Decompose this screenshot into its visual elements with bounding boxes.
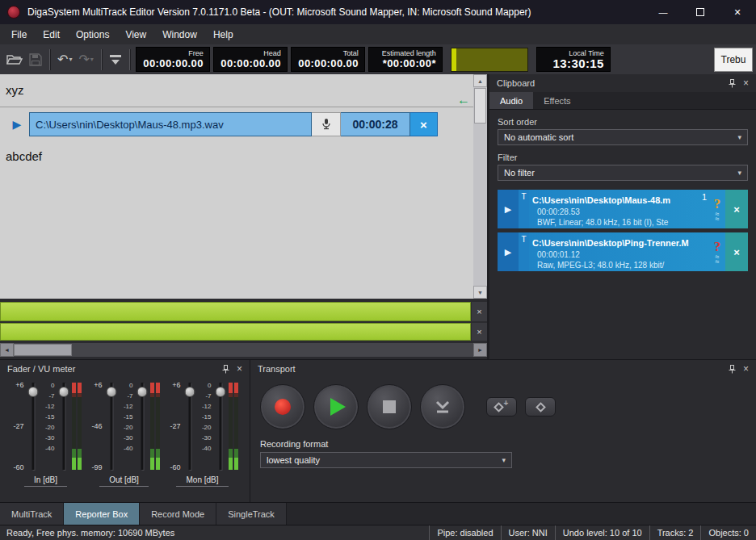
tab-effects[interactable]: Effects (533, 92, 581, 109)
redo-button[interactable]: ↷▾ (75, 48, 96, 71)
scale-tick: -20 (202, 424, 212, 431)
clipboard-entry[interactable]: ▶ T C:\Users\nin\Desktop\Ping-Trenner.M … (498, 232, 748, 271)
vu-meter-left (72, 383, 76, 470)
slider-knob[interactable] (215, 387, 225, 397)
tab-singletrack[interactable]: SingleTrack (216, 503, 287, 525)
record-button[interactable] (260, 384, 305, 429)
fader-slider[interactable] (214, 379, 227, 473)
track-close-button[interactable]: × (410, 112, 438, 136)
slider-knob[interactable] (58, 387, 69, 397)
minimize-button[interactable]: — (645, 0, 682, 24)
goto-end-button[interactable] (420, 384, 465, 429)
entry-close-button[interactable]: × (725, 190, 748, 228)
time-display-estimated-length: Estimated length *00:00:00* (368, 47, 443, 72)
title-bar: DigaSystem MultiTrack Editor Version 7.0… (0, 0, 756, 24)
tab-record-mode[interactable]: Record Mode (140, 503, 216, 525)
slider-knob[interactable] (184, 387, 195, 397)
region-bar-row: × (0, 302, 487, 321)
maximize-button[interactable] (682, 0, 719, 24)
region-bar[interactable] (0, 302, 471, 321)
stop-icon (383, 400, 396, 413)
filter-select[interactable]: No filter ▾ (498, 165, 748, 181)
time-value: 13:30:15 (553, 58, 604, 69)
entry-play-button[interactable]: ▶ (498, 190, 519, 228)
play-icon (330, 398, 346, 416)
track-mic-button[interactable] (312, 112, 341, 136)
scale-tick: 0 (51, 382, 54, 389)
panel-close-button[interactable]: × (237, 363, 242, 375)
save-button[interactable] (26, 48, 45, 71)
pin-icon[interactable] (222, 365, 229, 374)
region-close-button[interactable]: × (472, 323, 487, 341)
fader-slider[interactable] (57, 379, 70, 473)
marker-add-button[interactable]: + (486, 397, 517, 417)
track-path[interactable]: C:\Users\nin\Desktop\Maus-48.mp3.wav (29, 112, 312, 136)
scale-tick: 0 (208, 382, 211, 389)
clipboard-entry[interactable]: ▶ T C:\Users\nin\Desktop\Maus-48.m 1 00:… (498, 190, 748, 228)
region-bar[interactable] (0, 323, 471, 341)
menu-view[interactable]: View (117, 24, 154, 44)
open-button[interactable] (3, 48, 26, 71)
menu-options[interactable]: Options (68, 24, 117, 44)
play-button[interactable] (313, 384, 359, 429)
close-button[interactable]: ✕ (719, 0, 756, 24)
slider-knob[interactable] (27, 387, 38, 397)
track-play-button[interactable]: ▶ (5, 112, 29, 136)
panel-close-button[interactable]: × (743, 77, 749, 89)
tab-multitrack[interactable]: MultiTrack (0, 503, 64, 525)
recording-format-value: lowest quality (267, 455, 320, 465)
recording-format-select[interactable]: lowest quality ▾ (260, 452, 512, 468)
menu-window[interactable]: Window (154, 24, 205, 44)
panel-close-button[interactable]: × (743, 363, 749, 375)
fader-slider[interactable] (136, 379, 149, 473)
fader-slider[interactable] (183, 379, 196, 473)
tab-reporter-box[interactable]: Reporter Box (64, 503, 140, 525)
tab-audio[interactable]: Audio (489, 92, 533, 109)
app-window: DigaSystem MultiTrack Editor Version 7.0… (0, 0, 756, 540)
region-close-button[interactable]: × (472, 302, 487, 321)
horizontal-scrollbar[interactable]: ◄ ► (0, 343, 487, 357)
menu-edit[interactable]: Edit (35, 24, 68, 44)
scale-mid: -27 (170, 422, 180, 430)
clipboard-tabs: Audio Effects (489, 92, 756, 110)
scroll-left-button[interactable]: ◄ (0, 343, 14, 357)
entry-play-button[interactable]: ▶ (498, 232, 519, 271)
time-value: *00:00:00* (383, 58, 436, 69)
entry-close-button[interactable]: × (725, 232, 748, 271)
trebu-button[interactable]: Trebu (714, 48, 753, 72)
scale-top: +6 (15, 381, 23, 389)
fader-group-in: +6 -27 -60 0-7-12-15-20-30-40 In [dB] (6, 379, 85, 487)
sort-order-select[interactable]: No automatic sort ▾ (498, 129, 748, 145)
scroll-up-button[interactable]: ▲ (473, 74, 487, 87)
sort-order-value: No automatic sort (504, 132, 573, 142)
vertical-scrollbar[interactable]: ▲ ▼ (473, 74, 487, 299)
scale-tick: -15 (45, 413, 55, 421)
fader-slider[interactable] (105, 379, 118, 473)
scrollbar-thumb[interactable] (474, 88, 486, 123)
marker-button[interactable] (525, 397, 556, 417)
entry-format: Raw, MPEG-L3; 48.0 kHz, 128 kbit/ (532, 260, 706, 270)
slider-knob[interactable] (136, 387, 147, 397)
pin-icon[interactable] (729, 365, 736, 374)
pin-icon[interactable] (729, 79, 736, 88)
insert-point-arrow-icon: ← (457, 94, 470, 106)
scroll-right-button[interactable]: ► (473, 343, 487, 357)
scale-bottom: -60 (13, 463, 23, 471)
scale-tick: -12 (124, 403, 133, 410)
editor-canvas[interactable]: xyz ← ▶ C:\Users\nin\Desktop\Maus-48.mp3… (0, 74, 487, 299)
scale-tick: -40 (124, 445, 133, 452)
scroll-down-button[interactable]: ▼ (473, 286, 487, 299)
transport-panel: Transport × + Recording format lowest qu… (250, 359, 756, 502)
undo-button[interactable]: ↶▾ (54, 48, 75, 71)
scale-tick: -15 (202, 413, 212, 421)
track-row[interactable]: ▶ C:\Users\nin\Desktop\Maus-48.mp3.wav 0… (5, 112, 438, 136)
menu-help[interactable]: Help (205, 24, 242, 44)
menu-file[interactable]: File (3, 24, 35, 44)
scrollbar-track[interactable] (72, 343, 473, 357)
fader-slider[interactable] (27, 379, 40, 473)
scrollbar-thumb[interactable] (14, 344, 72, 356)
toolbar-separator (49, 49, 50, 70)
arrange-dropdown-button[interactable] (106, 48, 125, 71)
stop-button[interactable] (367, 384, 412, 429)
slider-knob[interactable] (106, 387, 116, 397)
